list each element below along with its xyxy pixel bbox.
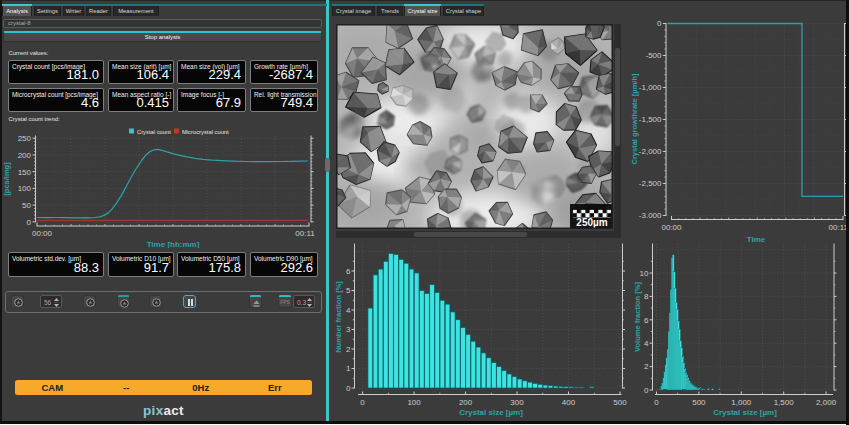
svg-text:Crystal size [µm]: Crystal size [µm]	[459, 408, 523, 417]
svg-text:-2,500: -2,500	[639, 179, 662, 188]
svg-text:2: 2	[346, 345, 351, 354]
svg-text:500: 500	[692, 398, 706, 407]
svg-text:0: 0	[360, 398, 365, 407]
svg-text:100: 100	[407, 398, 421, 407]
svg-text:0: 0	[346, 384, 351, 393]
svg-text:Volume fraction [%]: Volume fraction [%]	[633, 282, 642, 352]
svg-text:400: 400	[562, 398, 576, 407]
svg-text:6: 6	[644, 316, 649, 325]
svg-text:1,500: 1,500	[774, 398, 795, 407]
svg-text:-500: -500	[645, 51, 662, 60]
svg-text:0: 0	[644, 386, 649, 395]
svg-text:1: 1	[346, 364, 351, 373]
svg-text:-1,000: -1,000	[639, 83, 662, 92]
svg-text:250: 250	[18, 134, 32, 143]
svg-text:4: 4	[644, 339, 649, 348]
svg-text:8: 8	[644, 292, 649, 301]
svg-text:2,000: 2,000	[816, 398, 837, 407]
svg-text:50: 50	[22, 201, 31, 210]
svg-text:0: 0	[657, 19, 662, 28]
svg-text:1,000: 1,000	[731, 398, 752, 407]
svg-text:Crystal growthrate [µm/h]: Crystal growthrate [µm/h]	[630, 73, 639, 165]
svg-text:-1,500: -1,500	[639, 115, 662, 124]
svg-text:00:11: 00:11	[295, 229, 315, 238]
svg-text:00:00: 00:00	[32, 229, 53, 238]
svg-text:250µm: 250µm	[576, 217, 607, 228]
svg-text:[pcs/img]: [pcs/img]	[2, 162, 11, 196]
svg-text:5: 5	[346, 286, 351, 295]
svg-text:0: 0	[27, 218, 32, 227]
svg-text:Crystal count: Crystal count	[137, 129, 171, 135]
svg-text:200: 200	[18, 151, 32, 160]
svg-text:200: 200	[459, 398, 473, 407]
svg-text:10: 10	[640, 269, 649, 278]
svg-text:4: 4	[346, 306, 351, 315]
svg-text:3: 3	[346, 325, 351, 334]
svg-text:00:00: 00:00	[661, 223, 682, 232]
svg-text:300: 300	[510, 398, 524, 407]
svg-text:0: 0	[654, 398, 659, 407]
svg-text:Number fraction [%]: Number fraction [%]	[334, 281, 343, 353]
svg-text:2: 2	[644, 362, 649, 371]
svg-text:100: 100	[18, 184, 32, 193]
svg-text:-3.000: -3.000	[639, 211, 662, 220]
svg-text:-2,000: -2,000	[639, 147, 662, 156]
svg-text:Time [hh:mm]: Time [hh:mm]	[147, 240, 200, 249]
svg-text:Crystal size [µm]: Crystal size [µm]	[713, 408, 777, 417]
svg-text:150: 150	[18, 168, 32, 177]
svg-text:Microcrystal count: Microcrystal count	[182, 129, 229, 135]
svg-text:6: 6	[346, 267, 351, 276]
svg-text:500: 500	[613, 398, 627, 407]
